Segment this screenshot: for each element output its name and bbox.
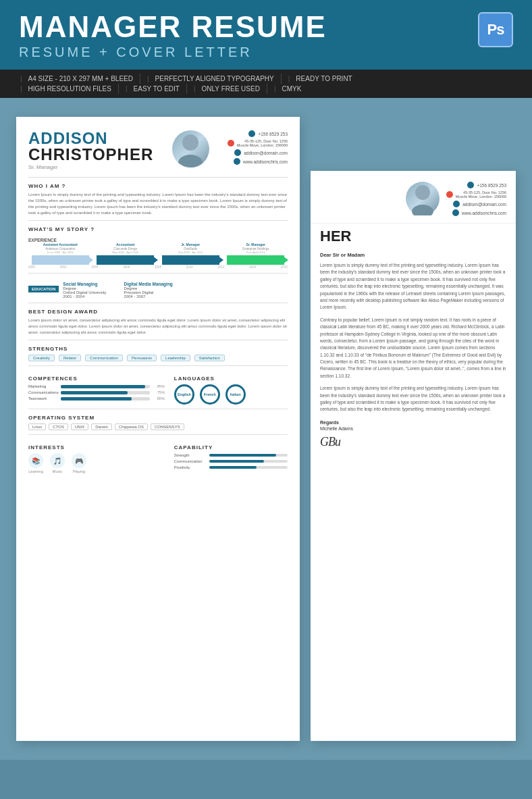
cover-email-icon [453, 201, 460, 207]
experience-section: EXPERIENCE Assistant Accountant Anderson… [28, 238, 288, 269]
contact-email-row: addison@domain.com [234, 149, 288, 156]
strengths-title: STRENGTHS [28, 346, 288, 352]
contact-phone-row: +156 8529 253 [248, 130, 288, 137]
os-2: CTOS [49, 423, 68, 430]
strength-3: Communication [85, 355, 123, 361]
who-divider [28, 220, 288, 221]
resume-contact: +156 8529 253 45-35-125, Door No: 1256Mu… [228, 130, 288, 165]
cap-bar-fill-2 [209, 460, 264, 463]
sub-title: RESUME + COVER LETTER [19, 45, 327, 60]
cover-person-silhouette [406, 182, 440, 215]
interest-icon-3: 🎮 [72, 453, 86, 468]
timeline-positions: Assistant Accountant Anderson Corporatio… [28, 242, 288, 265]
resume-job-title: Sr. Manager [28, 164, 153, 170]
feature-print: READY TO PRINT [282, 74, 359, 84]
strengths-row: Creativity Relator Communication Persuas… [28, 355, 288, 361]
lang-circles: English French Italian [174, 384, 288, 405]
cover-email: addison@domain.com [462, 202, 506, 207]
interest-label-1: Learning [28, 469, 43, 473]
capability-title: CAPABILITY [174, 444, 288, 450]
contact-address-row: 45-35-125, Door No: 1256Muscle Move, Lon… [228, 139, 288, 147]
comp-pct-2: 75% [153, 390, 165, 394]
cover-paragraph-3: Lorem Ipsum is simply dummy text of the … [320, 385, 506, 413]
interest-1: 📚 Learning [28, 453, 43, 473]
lang-1: English [174, 384, 194, 405]
email-icon [234, 149, 241, 156]
who-text: Lorem Ipsum is simply dummy text of the … [28, 192, 288, 216]
cover-header: +156 8529 253 45-35-125, Door No: 1256Mu… [311, 171, 516, 224]
comp-label-1: Marketing [28, 384, 58, 388]
os-6: CONSENSYS [151, 423, 184, 430]
education-items: Social Managing Degree Oxford Digital Un… [63, 282, 173, 299]
edu-1-degree: Social Managing [63, 282, 106, 286]
tl-pos-1: Assistant Accountant Anderson Corporatio… [28, 242, 92, 265]
resume-photo-inner [172, 130, 209, 167]
feature-free: ONLY FREE USED [187, 84, 267, 94]
map-icon [228, 140, 234, 147]
strength-4: Persuasion [127, 355, 157, 361]
comp-bar-bg-2 [61, 391, 150, 394]
tl-pos-1-date: From 2000 - Apr 2002 [47, 251, 74, 254]
feature-edit: EASY TO EDIT [119, 84, 187, 94]
cap-bar-bg-2 [209, 460, 288, 463]
main-title: MANAGER RESUME [19, 12, 327, 42]
comp-pct-1: 95% [153, 384, 165, 388]
cap-label-1: Strength [174, 453, 207, 457]
tl-pos-2-date: May 2003 - April 2006 [112, 251, 138, 254]
ps-badge: Ps [478, 12, 513, 47]
contact-address: 45-35-125, Door No: 1256Muscle Move, Lon… [237, 139, 288, 147]
cover-address: 45-35-125, Door No: 1256Muscle Move, Lon… [456, 190, 506, 199]
strength-5: Leadership [161, 355, 190, 361]
comp-bar-fill-3 [61, 397, 132, 401]
cover-contact-address-row: 45-35-125, Door No: 1256Muscle Move, Lon… [446, 190, 506, 199]
phone-icon [248, 130, 255, 137]
interests-col: INTERESTS 📚 Learning 🎵 Music 🎮 Playing [28, 439, 165, 473]
comp-row-2: Communications 75% [28, 390, 165, 394]
cover-card: +156 8529 253 45-35-125, Door No: 1256Mu… [311, 171, 516, 741]
svg-point-2 [415, 185, 430, 200]
competences-title: COMPETENCES [28, 376, 165, 382]
comp-row-1: Marketing 95% [28, 384, 165, 388]
tl-pos-4: Sr. Manager Enterprise Holdings From Apr… [224, 242, 288, 265]
features-row-1: A4 SIZE - 210 X 297 MM + BLEED PERFECTLY… [14, 74, 518, 84]
year-labels: 200020022004200620082010201220142015 [28, 265, 288, 269]
award-text: Lorem ipsum dolor sit amet, consectetur … [28, 317, 288, 336]
experience-label: EXPERIENCE [28, 238, 288, 242]
os-title: OPERATING SYSTEM [28, 415, 288, 421]
svg-point-1 [178, 155, 203, 167]
cap-bar-bg-1 [209, 454, 288, 457]
interest-icon-2: 🎵 [50, 453, 65, 468]
education-header: EDUCATION Social Managing Degree Oxford … [28, 279, 288, 299]
cap-bar-bg-3 [209, 466, 288, 469]
tl-pos-4-date: From April 2014 [246, 251, 265, 254]
cap-row-3: Positivity [174, 465, 288, 469]
cover-paragraph-1: Lorem Ipsum is simply dummy text of the … [320, 262, 506, 311]
os-row: Linux CTOS UNIX Darwin Chippewa OS CONSE… [28, 423, 288, 430]
cap-label-3: Positivity [174, 465, 207, 469]
interest-icon-1: 📚 [28, 453, 43, 468]
competences-col: COMPETENCES Marketing 95% Communications… [28, 370, 165, 405]
cap-label-2: Communication [174, 459, 207, 463]
cover-paragraph-2: Contrary to popular belief, Lorem Ipsum … [320, 317, 506, 380]
tl-pos-1-title: Assistant Accountant [43, 242, 78, 247]
comp-lang-section: COMPETENCES Marketing 95% Communications… [28, 370, 288, 405]
resume-name-block: ADDISON CHRISTOPHER Sr. Manager [28, 130, 153, 170]
header-divider [28, 177, 288, 178]
comp-pct-3: 80% [153, 396, 165, 401]
feature-typography: PERFECTLY ALIGNED TYPOGRAPHY [140, 74, 282, 84]
cover-contact: +156 8529 253 45-35-125, Door No: 1256Mu… [446, 182, 506, 216]
languages-title: LANGUAGES [174, 376, 288, 382]
languages-col: LANGUAGES English French Italian [174, 370, 288, 405]
cap-row-1: Strength [174, 453, 288, 457]
award-divider [28, 340, 288, 340]
interest-2: 🎵 Music [50, 453, 65, 473]
education-badge: EDUCATION [28, 286, 59, 292]
edu-item-1: Social Managing Degree Oxford Digital Un… [63, 282, 106, 299]
os-3: UNIX [71, 423, 88, 430]
resume-card: ADDISON CHRISTOPHER Sr. Manager +156 852… [16, 117, 300, 741]
education-section: EDUCATION Social Managing Degree Oxford … [28, 279, 288, 299]
comp-bar-fill-1 [61, 385, 145, 388]
cover-name-sign: Michelle Adams [320, 426, 506, 431]
resume-photo [172, 130, 209, 167]
header-left: MANAGER RESUME RESUME + COVER LETTER [19, 12, 327, 60]
